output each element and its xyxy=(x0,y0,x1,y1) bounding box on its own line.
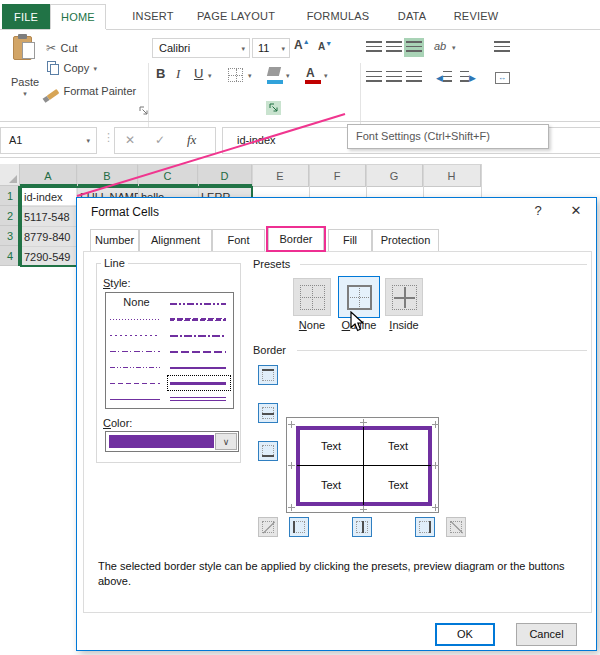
line-style-dash-dot[interactable] xyxy=(110,344,163,360)
ribbon-tab-home[interactable]: HOME xyxy=(50,4,106,29)
close-icon[interactable]: ✕ xyxy=(565,203,587,221)
column-header-c[interactable]: C xyxy=(138,164,198,186)
color-label: Color: xyxy=(103,417,132,429)
font-color-button[interactable]: A xyxy=(306,66,315,80)
preset-inside-button[interactable] xyxy=(385,278,423,316)
cut-button[interactable]: ✂ Cut xyxy=(46,38,78,56)
ribbon-tab-insert[interactable]: INSERT xyxy=(118,4,188,29)
cancel-button[interactable]: Cancel xyxy=(516,623,577,646)
line-style-dotted[interactable] xyxy=(110,312,163,328)
ribbon-tab-file[interactable]: FILE xyxy=(2,4,50,30)
line-style-none[interactable]: None xyxy=(110,296,163,312)
line-style-dash-dot-dot-med[interactable] xyxy=(170,296,228,312)
paste-dropdown-arrow[interactable]: ▾ xyxy=(8,90,42,98)
border-bottom-button[interactable] xyxy=(258,441,278,461)
align-middle-button[interactable] xyxy=(384,38,404,57)
underline-button[interactable]: U xyxy=(194,66,203,81)
font-size-dropdown-arrow[interactable]: ▾ xyxy=(281,45,285,53)
row-header-3[interactable]: 3 xyxy=(0,226,20,246)
border-left-button[interactable] xyxy=(289,517,309,537)
align-left-button[interactable] xyxy=(364,68,384,87)
enter-formula-icon[interactable]: ✓ xyxy=(155,133,165,147)
border-preview[interactable]: Text Text Text Text xyxy=(286,417,439,513)
ok-button[interactable]: OK xyxy=(435,623,495,646)
align-right-button[interactable] xyxy=(404,68,424,87)
border-right-button[interactable] xyxy=(415,517,435,537)
fill-color-button[interactable] xyxy=(268,67,280,76)
merge-center-button[interactable]: ↔ xyxy=(492,68,512,87)
column-header-e[interactable]: E xyxy=(252,164,309,186)
wrap-text-button[interactable] xyxy=(492,38,512,57)
dialog-tab-alignment[interactable]: Alignment xyxy=(139,229,212,252)
underline-dropdown-arrow[interactable]: ▾ xyxy=(208,72,212,80)
italic-button[interactable]: I xyxy=(176,66,180,82)
chevron-down-icon[interactable]: ∨ xyxy=(215,433,237,450)
color-dropdown[interactable]: ∨ xyxy=(105,431,239,452)
line-style-listbox[interactable]: None xyxy=(105,292,234,409)
name-box-dropdown-arrow[interactable]: ▾ xyxy=(86,137,90,145)
font-size-combo[interactable]: 11 ▾ xyxy=(252,38,290,58)
border-middle-v-button[interactable] xyxy=(352,517,372,537)
dialog-tab-number[interactable]: Number xyxy=(90,229,139,252)
column-header-f[interactable]: F xyxy=(309,164,366,186)
font-name-combo[interactable]: Calibri ▾ xyxy=(152,38,250,58)
line-style-slant-dash[interactable] xyxy=(170,312,228,328)
line-style-solid-thin[interactable] xyxy=(110,392,163,408)
column-header-d[interactable]: D xyxy=(198,164,252,186)
ribbon-tab-formulas[interactable]: FORMULAS xyxy=(302,4,374,29)
format-painter-button[interactable]: Format Painter xyxy=(47,83,136,101)
line-style-dashed-med[interactable] xyxy=(170,344,228,360)
copy-dropdown-arrow[interactable]: ▾ xyxy=(94,65,98,72)
decrease-indent-button[interactable]: ◀ xyxy=(434,68,454,87)
line-style-double[interactable] xyxy=(170,392,228,408)
font-dialog-launcher[interactable] xyxy=(266,101,281,115)
border-top-button[interactable] xyxy=(258,365,278,385)
dialog-tab-font[interactable]: Font xyxy=(212,229,265,252)
ribbon-tab-data[interactable]: DATA xyxy=(388,4,436,29)
line-style-dashed[interactable] xyxy=(110,376,163,392)
increase-indent-button[interactable]: ▶ xyxy=(458,68,478,87)
line-style-dash-dot-med[interactable] xyxy=(170,328,228,344)
border-diagonal-down-button[interactable] xyxy=(446,517,466,537)
orientation-dropdown-arrow[interactable]: ▾ xyxy=(452,44,456,52)
select-all-corner[interactable] xyxy=(0,164,20,186)
row-header-1[interactable]: 1 xyxy=(0,186,20,206)
borders-dropdown-arrow[interactable]: ▾ xyxy=(248,72,252,80)
paste-button[interactable]: Paste ▾ xyxy=(8,34,42,100)
line-style-dash-small[interactable] xyxy=(110,328,163,344)
column-header-h[interactable]: H xyxy=(423,164,481,186)
column-header-g[interactable]: G xyxy=(366,164,423,186)
tooltip-font-settings: Font Settings (Ctrl+Shift+F) xyxy=(347,124,549,149)
insert-function-icon[interactable]: fx xyxy=(187,132,196,148)
help-button[interactable]: ? xyxy=(527,203,549,221)
border-diagonal-up-button[interactable] xyxy=(258,517,278,537)
font-color-dropdown-arrow[interactable]: ▾ xyxy=(324,72,328,80)
align-bottom-button[interactable] xyxy=(404,38,424,57)
decrease-font-size-button[interactable]: A▼ xyxy=(318,40,332,52)
line-style-solid-med[interactable] xyxy=(170,360,228,376)
font-name-value: Calibri xyxy=(159,42,190,54)
name-box[interactable]: A1 ▾ xyxy=(0,127,97,154)
align-top-button[interactable] xyxy=(364,38,384,57)
row-header-2[interactable]: 2 xyxy=(0,206,20,226)
ribbon-tab-review[interactable]: REVIEW xyxy=(446,4,506,29)
increase-font-size-button[interactable]: A▲ xyxy=(294,38,310,52)
cancel-formula-icon[interactable]: ✕ xyxy=(125,133,135,147)
column-header-b[interactable]: B xyxy=(77,164,138,186)
fill-color-dropdown-arrow[interactable]: ▾ xyxy=(286,72,290,80)
copy-button[interactable]: Copy ▾ xyxy=(47,61,97,79)
orientation-button[interactable]: ab xyxy=(434,40,446,52)
line-style-dash-dot-dot[interactable] xyxy=(110,360,163,376)
bold-button[interactable]: B xyxy=(156,66,165,81)
dialog-tab-fill[interactable]: Fill xyxy=(328,229,372,252)
preset-outline-button[interactable] xyxy=(338,276,380,318)
borders-button-icon[interactable] xyxy=(228,68,243,82)
column-header-a[interactable]: A xyxy=(20,164,77,186)
border-middle-h-button[interactable] xyxy=(258,403,278,423)
font-name-dropdown-arrow[interactable]: ▾ xyxy=(241,45,245,53)
ribbon-tab-page-layout[interactable]: PAGE LAYOUT xyxy=(192,4,280,29)
dialog-tab-protection[interactable]: Protection xyxy=(372,229,439,252)
preset-none-button[interactable] xyxy=(293,278,331,316)
row-header-4[interactable]: 4 xyxy=(0,246,20,266)
align-center-button[interactable] xyxy=(384,68,404,87)
